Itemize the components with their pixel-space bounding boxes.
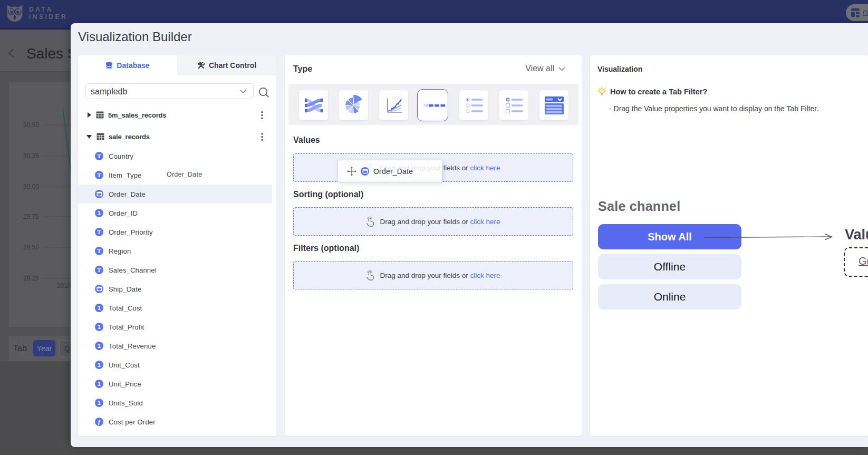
svg-text:2010: 2010	[57, 282, 71, 289]
